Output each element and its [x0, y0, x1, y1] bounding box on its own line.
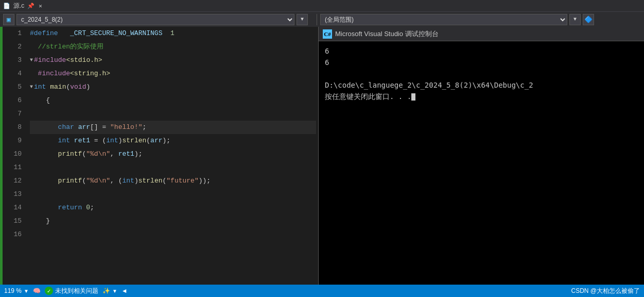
dropdown-bar: ▣ c_2024_5_8(2) ▼ (全局范围) ▼ 🔷: [0, 11, 644, 27]
code-line-14: return 0 ;: [30, 201, 316, 214]
pin-icon[interactable]: 📌: [27, 3, 34, 9]
kw-return: return: [58, 201, 82, 214]
right-dropdown-arrow[interactable]: ▼: [569, 14, 581, 25]
line-num-12: 12: [3, 174, 22, 188]
collapse-arrow-5[interactable]: ▼: [30, 80, 33, 94]
line-num-16: 16: [3, 228, 22, 241]
title-filename: 源.c: [13, 2, 24, 10]
code-line-8: char arr [] = "hello!" ;: [30, 121, 316, 134]
right-dropdown-area: (全局范围) ▼ 🔷: [317, 14, 644, 25]
arg-ret1: ret1: [118, 147, 134, 161]
console-title-bar: C# Microsoft Visual Studio 调试控制台: [319, 27, 644, 41]
code-line-7: [30, 107, 316, 121]
left-dropdown-arrow[interactable]: ▼: [297, 14, 308, 25]
str-fmt-1: "%d\n": [86, 147, 110, 161]
console-panel: C# Microsoft Visual Studio 调试控制台 6 6 D:\…: [318, 27, 644, 285]
zoom-control[interactable]: 119 % ▼: [4, 287, 29, 294]
code-content[interactable]: #define _CRT_SECURE_NO_WARNINGS 1 //strl…: [26, 27, 318, 285]
line-num-8: 8: [3, 121, 22, 134]
cursor: [411, 93, 415, 101]
fn-strlen-1: strlen: [122, 134, 146, 147]
console-content[interactable]: 6 6 D:\code\c_languege_2\c_2024_5_8(2)\x…: [319, 41, 644, 285]
line-num-14: 14: [3, 201, 22, 214]
fn-main: main: [50, 80, 66, 94]
code-line-4: #include <string.h>: [30, 67, 316, 80]
code-line-12: printf ( "%d\n" , ( int ) strlen ( "futu…: [30, 174, 316, 188]
include-file-1: <stdio.h>: [66, 54, 102, 67]
var-ret1: ret1: [74, 134, 90, 147]
line-num-9: 9: [3, 134, 22, 147]
comment-1: //strlen的实际使用: [30, 40, 103, 54]
str-future: "future": [166, 174, 198, 188]
line-num-11: 11: [3, 161, 22, 174]
include-kw-2: #include: [38, 67, 70, 80]
line-num-2: 2: [3, 40, 22, 54]
line-num-10: 10: [3, 147, 22, 161]
status-check-icon: ✓: [45, 287, 53, 295]
code-area[interactable]: 1 2 3 4 5 6 7 8 9 10 11 12 13 14 15 16: [0, 27, 318, 285]
str-hello: "hello!": [110, 121, 142, 134]
kw-int-cast-1: int: [106, 134, 118, 147]
status-bar: 119 % ▼ 🧠 ✓ 未找到相关问题 ✨ ▼ ◄ CSDN @大柏怎么被偷了: [0, 285, 644, 297]
collapse-arrow-3[interactable]: ▼: [30, 54, 33, 67]
code-line-15: }: [30, 214, 316, 228]
arrow-icon[interactable]: ◄: [121, 287, 128, 294]
code-line-2: //strlen的实际使用: [30, 40, 316, 54]
code-line-13: [30, 188, 316, 201]
status-ok-item: ✓ 未找到相关问题: [45, 287, 98, 295]
left-icon-box: ▣: [3, 14, 14, 25]
console-line-1: 6: [325, 45, 638, 57]
line-num-1: 1: [3, 27, 22, 40]
line-num-5: 5: [3, 80, 22, 94]
fn-printf-1: printf: [58, 147, 82, 161]
console-app-icon: C#: [323, 29, 332, 39]
code-line-9: int ret1 = ( int ) strlen ( arr );: [30, 134, 316, 147]
arg-arr-1: arr: [150, 134, 162, 147]
code-line-1: #define _CRT_SECURE_NO_WARNINGS 1: [30, 27, 316, 40]
code-line-5: ▼ int main ( void ): [30, 80, 316, 94]
ai-brain-icon[interactable]: 🧠: [33, 287, 41, 294]
console-title-text: Microsoft Visual Studio 调试控制台: [335, 29, 439, 39]
fn-printf-2: printf: [58, 174, 82, 188]
code-line-6: {: [30, 94, 316, 107]
close-tab-button[interactable]: ✕: [39, 3, 42, 9]
kw-int-2: int: [58, 134, 70, 147]
console-line-3: [325, 68, 638, 79]
scope-select-left[interactable]: c_2024_5_8(2): [16, 14, 294, 25]
code-line-10: printf ( "%d\n" , ret1 );: [30, 147, 316, 161]
line-num-7: 7: [3, 107, 22, 121]
code-line-16: [30, 228, 316, 241]
wand-emoji: ✨: [102, 287, 110, 294]
console-line-4: D:\code\c_languege_2\c_2024_5_8(2)\x64\D…: [325, 79, 638, 91]
wand-arrow: ▼: [112, 288, 117, 294]
line-num-6: 6: [3, 94, 22, 107]
title-bar: 📄 源.c 📌 ✕: [0, 0, 644, 11]
file-icon: 📄: [3, 3, 10, 9]
return-val: 0: [86, 201, 90, 214]
var-arr: arr: [78, 121, 90, 134]
code-line-3: ▼ #include <stdio.h>: [30, 54, 316, 67]
kw-int-1: int: [34, 80, 46, 94]
line-num-4: 4: [3, 67, 22, 80]
main-area: 1 2 3 4 5 6 7 8 9 10 11 12 13 14 15 16: [0, 27, 644, 285]
define-value: 1: [170, 27, 175, 40]
code-line-11: [30, 161, 316, 174]
editor-panel: 1 2 3 4 5 6 7 8 9 10 11 12 13 14 15 16: [0, 27, 318, 285]
line-num-13: 13: [3, 188, 22, 201]
zoom-arrow[interactable]: ▼: [24, 288, 29, 294]
line-num-15: 15: [3, 214, 22, 228]
console-line-5: 按任意键关闭此窗口. . .: [325, 91, 638, 102]
str-fmt-2: "%d\n": [86, 174, 110, 188]
status-ok-text: 未找到相关问题: [55, 287, 98, 295]
console-line-2: 6: [325, 57, 638, 68]
left-dropdown-area: ▣ c_2024_5_8(2) ▼: [0, 14, 317, 25]
wand-icon[interactable]: ✨ ▼: [102, 287, 117, 294]
include-kw-1: #include: [34, 54, 66, 67]
settings-icon[interactable]: 🔷: [583, 14, 594, 25]
scope-select-right[interactable]: (全局范围): [320, 14, 567, 25]
kw-int-cast-2: int: [122, 174, 134, 188]
kw-define: #define: [30, 27, 58, 40]
zoom-value[interactable]: 119 %: [4, 287, 22, 294]
csdn-watermark: CSDN @大柏怎么被偷了: [571, 287, 640, 295]
kw-void: void: [70, 80, 86, 94]
